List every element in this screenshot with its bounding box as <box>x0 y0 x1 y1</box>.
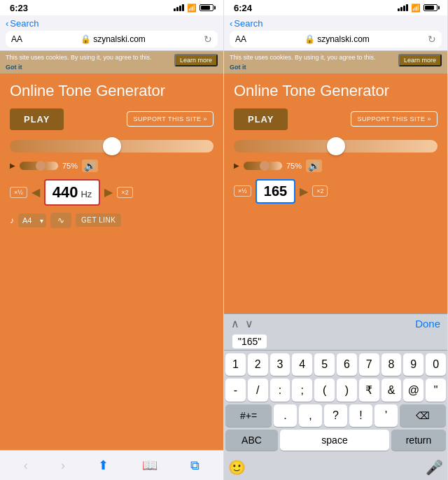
nav-tabs-button-left[interactable]: ⧉ <box>186 457 204 474</box>
mute-triangle-icon-right: ▶ <box>234 162 239 169</box>
aa-label-right[interactable]: AA <box>235 34 246 44</box>
kb-key-7[interactable]: 7 <box>359 353 379 376</box>
double-freq-button-left[interactable]: ×2 <box>117 187 132 198</box>
kb-key-backspace[interactable]: ⌫ <box>400 404 446 427</box>
reload-icon-left[interactable]: ↻ <box>204 34 212 45</box>
status-bar-left: 6:23 📶 <box>0 0 223 15</box>
kb-key-space[interactable]: space <box>280 430 389 451</box>
url-display-right: 🔒 szynalski.com <box>304 34 370 44</box>
status-time-right: 6:24 <box>234 3 252 13</box>
kb-key-quote[interactable]: " <box>426 379 446 402</box>
kb-key-colon[interactable]: : <box>270 379 290 402</box>
freq-row-right: ×½ 165 ▶ ×2 <box>234 179 438 204</box>
freq-value-right: 165 <box>264 183 287 199</box>
page-title-right: Online Tone Generator <box>234 82 438 100</box>
kb-key-return[interactable]: return <box>391 430 446 451</box>
r-signal-bar-4 <box>406 4 408 11</box>
kb-key-rupee[interactable]: ₹ <box>359 379 379 402</box>
kb-key-question[interactable]: ? <box>324 404 347 427</box>
url-display-left: 🔒 szynalski.com <box>80 34 146 44</box>
kb-emoji-button[interactable]: 🙂 <box>228 459 246 476</box>
small-controls-right: ▶ 75% 🔊 <box>234 160 438 172</box>
kb-key-abc[interactable]: ABC <box>225 430 278 451</box>
volume-thumb-right <box>327 137 345 155</box>
kb-arrow-up[interactable]: ∧ <box>231 317 239 330</box>
main-content-left: Online Tone Generator PLAY SUPPORT THIS … <box>0 73 223 450</box>
aa-label-left[interactable]: AA <box>11 34 22 44</box>
double-freq-button-right[interactable]: ×2 <box>312 185 328 197</box>
get-link-button-left[interactable]: GET LINK <box>76 213 121 227</box>
wifi-icon: 📶 <box>187 3 197 13</box>
status-bar-right: 6:24 📶 <box>224 0 447 15</box>
browser-back-left[interactable]: ‹ Search <box>6 18 218 29</box>
kb-key-slash[interactable]: / <box>248 379 268 402</box>
kb-key-apos[interactable]: ' <box>374 404 398 427</box>
wave-button-left[interactable]: ∿ <box>50 213 71 228</box>
kb-key-minus[interactable]: - <box>225 379 246 402</box>
kb-key-semicolon[interactable]: ; <box>292 379 312 402</box>
back-label-right: Search <box>234 18 262 29</box>
kb-key-0[interactable]: 0 <box>426 353 446 376</box>
kb-key-amp[interactable]: & <box>382 379 402 402</box>
kb-key-period[interactable]: . <box>274 404 297 427</box>
r-signal-bar-3 <box>403 6 405 11</box>
half-freq-button-right[interactable]: ×½ <box>234 185 251 197</box>
battery-icon-right <box>424 4 438 11</box>
kb-suggestion-text[interactable]: "165" <box>232 334 267 348</box>
kb-key-lparen[interactable]: ( <box>314 379 335 402</box>
nav-books-button-left[interactable]: 📖 <box>138 456 162 474</box>
kb-key-rparen[interactable]: ) <box>337 379 357 402</box>
nav-back-button-left[interactable]: ‹ <box>20 457 32 474</box>
kb-mic-button[interactable]: 🎤 <box>426 459 443 476</box>
cookie-got-right[interactable]: Got it <box>230 64 376 71</box>
note-select-left[interactable]: A4 <box>18 213 46 227</box>
half-freq-button-left[interactable]: ×½ <box>10 187 27 198</box>
kb-key-exclaim[interactable]: ! <box>349 404 372 427</box>
kb-key-3[interactable]: 3 <box>270 353 290 376</box>
support-button-right[interactable]: SUPPORT THIS SITE » <box>351 111 438 127</box>
play-button-left[interactable]: PLAY <box>10 108 64 130</box>
kb-key-5[interactable]: 5 <box>314 353 335 376</box>
page-title-left: Online Tone Generator <box>10 82 214 100</box>
support-button-left[interactable]: SUPPORT THIS SITE » <box>127 111 214 127</box>
reload-icon-right[interactable]: ↻ <box>428 34 436 45</box>
freq-arrow-right-right[interactable]: ▶ <box>300 185 308 198</box>
url-bar-left[interactable]: AA 🔒 szynalski.com ↻ <box>6 31 218 48</box>
kb-key-numpad[interactable]: #+= <box>225 404 272 427</box>
kb-row-numbers: 1 2 3 4 5 6 7 8 9 0 <box>225 353 446 376</box>
browser-back-right[interactable]: ‹ Search <box>230 18 442 29</box>
lock-icon-right: 🔒 <box>304 34 315 44</box>
kb-arrow-down[interactable]: ∨ <box>245 317 253 330</box>
freq-display-left[interactable]: 440 Hz <box>44 179 101 206</box>
kb-key-comma[interactable]: , <box>299 404 322 427</box>
volume-small-thumb-left <box>36 161 46 171</box>
cookie-learn-button-left[interactable]: Learn more <box>174 54 218 66</box>
url-bar-right[interactable]: AA 🔒 szynalski.com ↻ <box>230 31 442 48</box>
kb-key-at[interactable]: @ <box>403 379 424 402</box>
speaker-icon-right: 🔊 <box>306 160 322 172</box>
freq-arrow-right-left[interactable]: ▶ <box>104 185 113 199</box>
nav-forward-button-left[interactable]: › <box>57 457 69 474</box>
kb-done-button[interactable]: Done <box>415 318 440 330</box>
freq-display-right[interactable]: 165 <box>255 179 295 204</box>
cookie-got-left[interactable]: Got it <box>6 64 152 71</box>
note-select-wrap[interactable]: A4 <box>18 213 46 227</box>
kb-key-1[interactable]: 1 <box>225 353 246 376</box>
main-volume-slider-left[interactable] <box>10 140 214 153</box>
volume-small-slider-right[interactable] <box>244 162 282 170</box>
freq-arrow-left[interactable]: ◀ <box>31 185 40 199</box>
kb-suggestion-bar: "165" <box>224 333 447 351</box>
volume-small-slider-left[interactable] <box>20 162 58 170</box>
kb-key-8[interactable]: 8 <box>382 353 402 376</box>
signal-bars-right <box>398 4 408 11</box>
cookie-learn-button-right[interactable]: Learn more <box>398 54 442 66</box>
nav-share-button-left[interactable]: ⬆ <box>94 456 113 474</box>
kb-key-4[interactable]: 4 <box>292 353 312 376</box>
main-volume-slider-right[interactable] <box>234 140 438 153</box>
kb-key-9[interactable]: 9 <box>403 353 424 376</box>
play-button-right[interactable]: PLAY <box>234 108 288 130</box>
kb-key-6[interactable]: 6 <box>337 353 357 376</box>
battery-fill <box>201 6 210 10</box>
kb-key-2[interactable]: 2 <box>248 353 268 376</box>
freq-value-left: 440 <box>52 183 78 202</box>
